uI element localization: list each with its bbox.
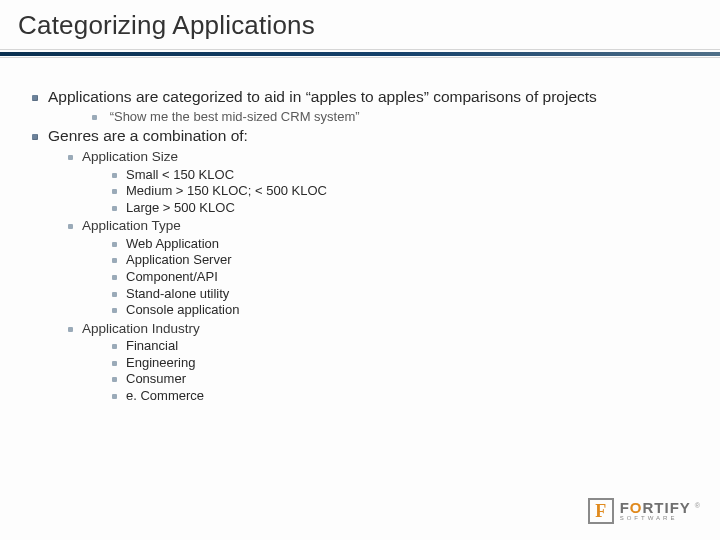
item-text: Stand-alone utility: [126, 286, 229, 303]
item-text: Engineering: [126, 355, 195, 372]
bullet-text: Genres are a combination of:: [48, 126, 248, 146]
square-bullet-icon: [68, 155, 73, 160]
item-text: Consumer: [126, 371, 186, 388]
bullet-level3: Small < 150 KLOC: [112, 167, 698, 184]
square-bullet-icon: [112, 292, 117, 297]
item-text: Application Server: [126, 252, 232, 269]
square-bullet-icon: [112, 377, 117, 382]
square-bullet-icon: [68, 327, 73, 332]
bullet-level3: Application Server: [112, 252, 698, 269]
square-bullet-icon: [68, 224, 73, 229]
bullet-level3: Medium > 150 KLOC; < 500 KLOC: [112, 183, 698, 200]
bullet-level1: Genres are a combination of:: [32, 126, 698, 146]
square-bullet-icon: [92, 115, 97, 120]
logo-name-o: O: [630, 499, 643, 516]
bullet-level2: Application Type: [68, 217, 698, 234]
bullet-level3: Consumer: [112, 371, 698, 388]
item-text: Medium > 150 KLOC; < 500 KLOC: [126, 183, 327, 200]
quote-text: “Show me the best mid-sized CRM system”: [110, 109, 360, 124]
slide-title: Categorizing Applications: [0, 0, 720, 41]
logo-name-post: RTIFY: [642, 499, 690, 516]
square-bullet-icon: [112, 258, 117, 263]
square-bullet-icon: [112, 242, 117, 247]
group-label: Application Type: [82, 217, 181, 234]
item-text: Large > 500 KLOC: [126, 200, 235, 217]
bullet-level1: Applications are categorized to aid in “…: [32, 87, 698, 107]
bullet-level3: Component/API: [112, 269, 698, 286]
square-bullet-icon: [32, 134, 38, 140]
bullet-level3: e. Commerce: [112, 388, 698, 405]
bullet-level3: Web Application: [112, 236, 698, 253]
logo-mark-icon: F: [588, 498, 614, 524]
group-label: Application Industry: [82, 320, 200, 337]
logo-mark-letter: F: [595, 502, 606, 520]
bullet-level3: Large > 500 KLOC: [112, 200, 698, 217]
item-text: Console application: [126, 302, 239, 319]
square-bullet-icon: [112, 344, 117, 349]
item-text: Financial: [126, 338, 178, 355]
bullet-level3: Financial: [112, 338, 698, 355]
square-bullet-icon: [112, 173, 117, 178]
bullet-level3: Console application: [112, 302, 698, 319]
square-bullet-icon: [112, 189, 117, 194]
square-bullet-icon: [112, 394, 117, 399]
title-underline: [0, 49, 720, 58]
square-bullet-icon: [32, 95, 38, 101]
item-text: Component/API: [126, 269, 218, 286]
fortify-logo: F FORTIFY SOFTWARE ®: [588, 498, 702, 524]
bullet-text: Applications are categorized to aid in “…: [48, 87, 597, 107]
quote-line: “Show me the best mid-sized CRM system”: [92, 109, 698, 126]
bullet-level2: Application Industry: [68, 320, 698, 337]
square-bullet-icon: [112, 308, 117, 313]
item-text: Web Application: [126, 236, 219, 253]
bullet-level2: Application Size: [68, 148, 698, 165]
registered-icon: ®: [695, 502, 700, 509]
content-area: Applications are categorized to aid in “…: [0, 58, 720, 405]
group-label: Application Size: [82, 148, 178, 165]
logo-text: FORTIFY SOFTWARE: [620, 502, 691, 521]
square-bullet-icon: [112, 275, 117, 280]
bullet-level3: Stand-alone utility: [112, 286, 698, 303]
bullet-level3: Engineering: [112, 355, 698, 372]
item-text: e. Commerce: [126, 388, 204, 405]
logo-name-pre: F: [620, 499, 630, 516]
item-text: Small < 150 KLOC: [126, 167, 234, 184]
square-bullet-icon: [112, 206, 117, 211]
slide: Categorizing Applications Applications a…: [0, 0, 720, 540]
square-bullet-icon: [112, 361, 117, 366]
logo-subtext: SOFTWARE: [620, 516, 691, 521]
